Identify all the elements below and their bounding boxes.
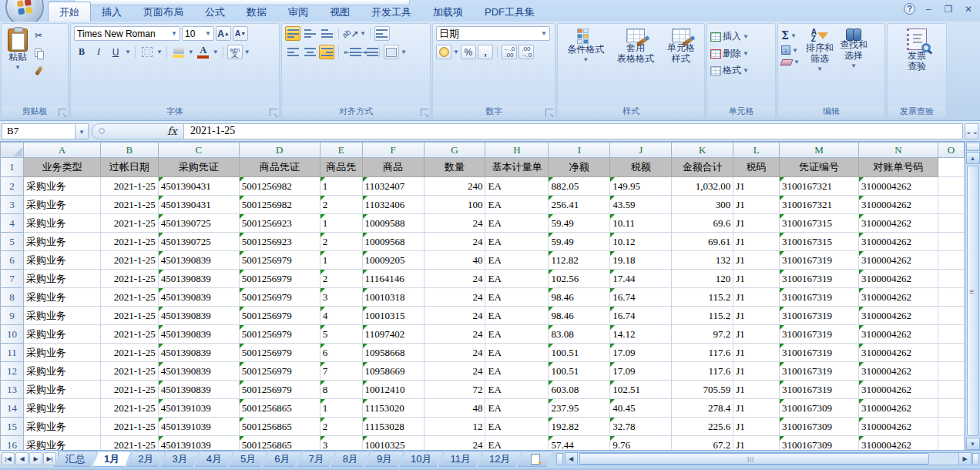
row-header-10[interactable]: 10 bbox=[1, 325, 24, 344]
cell[interactable]: 3100167319 bbox=[780, 307, 859, 325]
cell[interactable]: EA bbox=[485, 399, 549, 418]
cell[interactable]: J1 bbox=[733, 196, 780, 214]
underline-dropdown[interactable]: ▼ bbox=[125, 49, 131, 55]
ribbon-tab[interactable]: 数据 bbox=[236, 2, 277, 22]
cell[interactable]: J1 bbox=[733, 381, 780, 399]
cell[interactable]: 278.4 bbox=[672, 399, 733, 418]
sheet-tab-10月[interactable]: 10月 bbox=[399, 451, 443, 467]
cell[interactable]: 采购业务 bbox=[23, 288, 100, 307]
cell[interactable]: 5001256982 bbox=[239, 177, 320, 196]
font-color-icon[interactable]: A bbox=[196, 45, 211, 59]
cell[interactable]: 5001256979 bbox=[239, 251, 320, 270]
row-header-1[interactable]: 1 bbox=[1, 158, 24, 177]
ribbon-tab[interactable]: 插入 bbox=[91, 2, 133, 22]
cell[interactable]: 采购业务 bbox=[23, 177, 100, 196]
cell[interactable]: 金额合计 bbox=[672, 158, 733, 177]
cell[interactable]: 采购凭证 bbox=[158, 158, 239, 177]
horizontal-scrollbar[interactable]: ◀ ▶ bbox=[556, 451, 980, 467]
cell[interactable]: 税额 bbox=[610, 158, 672, 177]
cell[interactable]: 100 bbox=[424, 196, 485, 214]
column-header-G[interactable]: G bbox=[424, 143, 485, 158]
cell[interactable]: 69.6 bbox=[672, 214, 733, 233]
cell[interactable] bbox=[938, 418, 964, 436]
cell[interactable]: 17.09 bbox=[610, 344, 672, 362]
column-header-M[interactable]: M bbox=[780, 143, 859, 158]
cell[interactable]: 72 bbox=[424, 381, 485, 399]
borders-dropdown[interactable]: ▼ bbox=[156, 49, 163, 55]
first-sheet-icon[interactable]: |◀ bbox=[2, 452, 15, 465]
cell[interactable]: 3100004262 bbox=[859, 344, 938, 362]
cell[interactable]: 237.95 bbox=[549, 399, 610, 418]
cell[interactable]: 11164146 bbox=[362, 270, 424, 288]
cell[interactable]: J1 bbox=[733, 325, 780, 344]
cell[interactable]: 10010325 bbox=[362, 436, 424, 451]
cell[interactable]: EA bbox=[485, 270, 549, 288]
sheet-tab-4月[interactable]: 4月 bbox=[195, 451, 233, 467]
cell[interactable]: 2021-1-25 bbox=[100, 436, 158, 451]
cut-icon[interactable]: ✂ bbox=[31, 28, 46, 42]
cell[interactable]: 商品凭证 bbox=[239, 158, 320, 177]
conditional-formatting-button[interactable]: 条件格式 ▼ bbox=[564, 26, 607, 106]
help-icon[interactable]: ? bbox=[904, 3, 915, 15]
bold-button[interactable]: B bbox=[74, 45, 89, 59]
cell[interactable]: J1 bbox=[733, 177, 780, 196]
cell[interactable]: 102.56 bbox=[549, 270, 610, 288]
column-header-D[interactable]: D bbox=[239, 143, 320, 158]
cell[interactable]: 5001256979 bbox=[239, 362, 320, 381]
decrease-indent-icon[interactable]: ⇤ bbox=[343, 45, 358, 59]
cell[interactable]: 192.82 bbox=[549, 418, 610, 436]
cell[interactable]: 11097402 bbox=[362, 325, 424, 344]
cell[interactable]: 4501390839 bbox=[158, 325, 239, 344]
cell[interactable] bbox=[938, 307, 964, 325]
cell[interactable]: 10010315 bbox=[362, 307, 424, 325]
cell[interactable]: 4 bbox=[320, 307, 362, 325]
cell[interactable]: 3100004262 bbox=[859, 177, 938, 196]
align-center-icon[interactable] bbox=[302, 45, 317, 59]
cell[interactable]: 凭证编号 bbox=[780, 158, 859, 177]
cell[interactable]: EA bbox=[485, 362, 549, 381]
increase-decimal-icon[interactable]: ←.0 .00 bbox=[502, 45, 517, 59]
cell[interactable]: 4501390839 bbox=[158, 362, 239, 381]
cell[interactable]: 采购业务 bbox=[23, 399, 100, 418]
cell[interactable]: 3100004262 bbox=[859, 325, 938, 344]
cell[interactable]: J1 bbox=[733, 251, 780, 270]
ribbon-tab[interactable]: 审阅 bbox=[277, 2, 319, 22]
insert-function-icon[interactable]: fx bbox=[167, 125, 183, 137]
sheet-tab-6月[interactable]: 6月 bbox=[263, 451, 301, 467]
sheet-tab-3月[interactable]: 3月 bbox=[160, 451, 199, 467]
cell[interactable]: 2021-1-25 bbox=[100, 270, 158, 288]
sheet-tab-5月[interactable]: 5月 bbox=[229, 451, 267, 467]
grow-font-button[interactable]: A▲ bbox=[216, 26, 231, 41]
cell[interactable]: 8 bbox=[320, 381, 362, 399]
cell[interactable]: EA bbox=[485, 177, 549, 196]
cell[interactable]: 16.74 bbox=[610, 307, 672, 325]
cell[interactable]: EA bbox=[485, 436, 549, 451]
row-header-11[interactable]: 11 bbox=[1, 344, 24, 362]
cell[interactable]: 3100004262 bbox=[859, 418, 938, 436]
cell[interactable]: 3100167319 bbox=[780, 325, 859, 344]
cell[interactable]: J1 bbox=[733, 270, 780, 288]
cell[interactable]: 11153028 bbox=[362, 418, 424, 436]
paste-button[interactable]: 粘贴 ▼ bbox=[5, 26, 31, 106]
cell[interactable]: 3100167319 bbox=[780, 381, 859, 399]
cell[interactable]: 40.45 bbox=[610, 399, 672, 418]
cell-styles-button[interactable]: 单元格 样式 bbox=[664, 26, 698, 106]
cell[interactable]: 3100004262 bbox=[859, 307, 938, 325]
cell[interactable]: 2021-1-25 bbox=[100, 196, 158, 214]
cell[interactable]: 59.49 bbox=[549, 233, 610, 251]
cell[interactable]: J1 bbox=[733, 233, 780, 251]
cell[interactable]: 102.51 bbox=[610, 381, 672, 399]
cell[interactable]: 2021-1-25 bbox=[100, 418, 158, 436]
cell[interactable]: 19.18 bbox=[610, 251, 672, 270]
cell[interactable]: 97.2 bbox=[672, 325, 733, 344]
cell[interactable]: 2021-1-25 bbox=[100, 307, 158, 325]
cell[interactable]: 2021-1-25 bbox=[100, 214, 158, 233]
phonetic-dropdown[interactable]: ▼ bbox=[244, 49, 250, 55]
cell[interactable]: 40 bbox=[424, 251, 485, 270]
cell[interactable]: 3100004262 bbox=[859, 362, 938, 381]
cell[interactable]: EA bbox=[485, 418, 549, 436]
next-sheet-icon[interactable]: ▶ bbox=[29, 452, 42, 465]
row-header-5[interactable]: 5 bbox=[1, 233, 24, 251]
cell[interactable]: 采购业务 bbox=[23, 270, 100, 288]
cell[interactable]: 商品凭 bbox=[320, 158, 362, 177]
